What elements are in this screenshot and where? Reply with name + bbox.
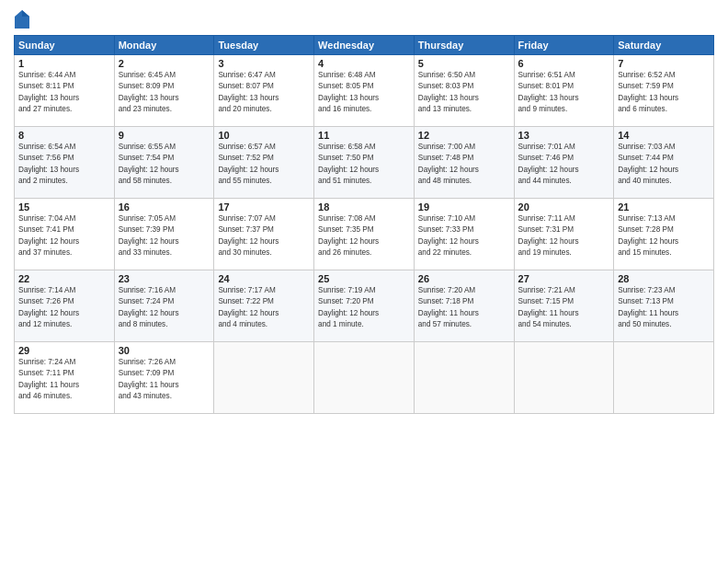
svg-marker-1 [22, 10, 29, 17]
day-number: 16 [119, 201, 210, 213]
day-info: Sunrise: 6:52 AMSunset: 7:59 PMDaylight:… [618, 70, 710, 115]
table-row: 23Sunrise: 7:16 AMSunset: 7:24 PMDayligh… [114, 270, 214, 342]
table-row: 17Sunrise: 7:07 AMSunset: 7:37 PMDayligh… [214, 199, 314, 270]
table-row: 8Sunrise: 6:54 AMSunset: 7:56 PMDaylight… [15, 127, 115, 199]
day-number: 25 [318, 273, 410, 284]
table-row [414, 342, 514, 414]
day-info: Sunrise: 7:07 AMSunset: 7:37 PMDaylight:… [218, 213, 310, 259]
day-number: 21 [618, 201, 710, 213]
table-row [514, 342, 614, 414]
table-row: 22Sunrise: 7:14 AMSunset: 7:26 PMDayligh… [15, 270, 115, 342]
table-row: 24Sunrise: 7:17 AMSunset: 7:22 PMDayligh… [214, 270, 314, 342]
day-number: 28 [618, 273, 710, 284]
table-row: 25Sunrise: 7:19 AMSunset: 7:20 PMDayligh… [314, 270, 415, 342]
table-row: 12Sunrise: 7:00 AMSunset: 7:48 PMDayligh… [414, 127, 514, 199]
day-info: Sunrise: 7:24 AMSunset: 7:11 PMDaylight:… [18, 357, 110, 402]
day-number: 26 [418, 273, 510, 284]
day-number: 8 [18, 130, 110, 141]
day-number: 15 [18, 201, 110, 213]
day-info: Sunrise: 7:20 AMSunset: 7:18 PMDaylight:… [418, 285, 510, 330]
day-info: Sunrise: 6:48 AMSunset: 8:05 PMDaylight:… [318, 70, 410, 115]
calendar-row-1: 1Sunrise: 6:44 AMSunset: 8:11 PMDaylight… [15, 55, 714, 127]
table-row: 21Sunrise: 7:13 AMSunset: 7:28 PMDayligh… [614, 199, 714, 270]
table-row: 13Sunrise: 7:01 AMSunset: 7:46 PMDayligh… [514, 127, 614, 199]
day-info: Sunrise: 7:05 AMSunset: 7:39 PMDaylight:… [119, 213, 210, 259]
day-info: Sunrise: 6:55 AMSunset: 7:54 PMDaylight:… [119, 142, 210, 187]
day-number: 10 [218, 130, 310, 141]
table-row: 19Sunrise: 7:10 AMSunset: 7:33 PMDayligh… [414, 199, 514, 270]
table-row: 5Sunrise: 6:50 AMSunset: 8:03 PMDaylight… [414, 55, 514, 127]
day-number: 19 [418, 201, 510, 213]
table-row: 4Sunrise: 6:48 AMSunset: 8:05 PMDaylight… [314, 55, 415, 127]
table-row: 3Sunrise: 6:47 AMSunset: 8:07 PMDaylight… [214, 55, 314, 127]
day-info: Sunrise: 6:45 AMSunset: 8:09 PMDaylight:… [119, 70, 210, 115]
page: Sunday Monday Tuesday Wednesday Thursday… [0, 0, 728, 563]
day-info: Sunrise: 7:23 AMSunset: 7:13 PMDaylight:… [618, 285, 710, 330]
day-info: Sunrise: 6:50 AMSunset: 8:03 PMDaylight:… [418, 70, 510, 115]
day-info: Sunrise: 7:03 AMSunset: 7:44 PMDaylight:… [618, 142, 710, 187]
table-row [314, 342, 415, 414]
day-number: 9 [119, 130, 210, 141]
logo [14, 9, 34, 29]
day-info: Sunrise: 7:21 AMSunset: 7:15 PMDaylight:… [518, 285, 610, 330]
table-row: 11Sunrise: 6:58 AMSunset: 7:50 PMDayligh… [314, 127, 415, 199]
table-row: 18Sunrise: 7:08 AMSunset: 7:35 PMDayligh… [314, 199, 415, 270]
day-number: 3 [218, 58, 310, 69]
col-sunday: Sunday [15, 36, 115, 55]
table-row: 29Sunrise: 7:24 AMSunset: 7:11 PMDayligh… [15, 342, 115, 414]
table-row: 7Sunrise: 6:52 AMSunset: 7:59 PMDaylight… [614, 55, 714, 127]
table-row: 20Sunrise: 7:11 AMSunset: 7:31 PMDayligh… [514, 199, 614, 270]
col-saturday: Saturday [614, 36, 714, 55]
logo-icon [14, 9, 30, 29]
day-info: Sunrise: 7:00 AMSunset: 7:48 PMDaylight:… [418, 142, 510, 187]
col-friday: Friday [514, 36, 614, 55]
table-row: 9Sunrise: 6:55 AMSunset: 7:54 PMDaylight… [114, 127, 214, 199]
day-info: Sunrise: 6:58 AMSunset: 7:50 PMDaylight:… [318, 142, 410, 187]
table-row: 6Sunrise: 6:51 AMSunset: 8:01 PMDaylight… [514, 55, 614, 127]
day-info: Sunrise: 7:16 AMSunset: 7:24 PMDaylight:… [119, 285, 210, 330]
day-info: Sunrise: 6:57 AMSunset: 7:52 PMDaylight:… [218, 142, 310, 187]
day-number: 4 [318, 58, 410, 69]
day-number: 18 [318, 201, 410, 213]
table-row [614, 342, 714, 414]
day-info: Sunrise: 7:14 AMSunset: 7:26 PMDaylight:… [18, 285, 110, 330]
day-number: 27 [518, 273, 610, 284]
calendar-row-3: 15Sunrise: 7:04 AMSunset: 7:41 PMDayligh… [15, 199, 714, 270]
table-row: 26Sunrise: 7:20 AMSunset: 7:18 PMDayligh… [414, 270, 514, 342]
day-number: 11 [318, 130, 410, 141]
col-monday: Monday [114, 36, 214, 55]
table-row: 10Sunrise: 6:57 AMSunset: 7:52 PMDayligh… [214, 127, 314, 199]
calendar-table: Sunday Monday Tuesday Wednesday Thursday… [14, 35, 714, 414]
day-number: 1 [18, 58, 110, 69]
calendar-header-row: Sunday Monday Tuesday Wednesday Thursday… [15, 36, 714, 55]
table-row: 30Sunrise: 7:26 AMSunset: 7:09 PMDayligh… [114, 342, 214, 414]
day-info: Sunrise: 7:19 AMSunset: 7:20 PMDaylight:… [318, 285, 410, 330]
table-row [214, 342, 314, 414]
day-info: Sunrise: 7:11 AMSunset: 7:31 PMDaylight:… [518, 213, 610, 259]
day-info: Sunrise: 7:08 AMSunset: 7:35 PMDaylight:… [318, 213, 410, 259]
day-number: 6 [518, 58, 610, 69]
day-number: 20 [518, 201, 610, 213]
table-row: 16Sunrise: 7:05 AMSunset: 7:39 PMDayligh… [114, 199, 214, 270]
day-number: 29 [18, 345, 110, 356]
day-number: 5 [418, 58, 510, 69]
header [14, 9, 714, 29]
day-info: Sunrise: 7:10 AMSunset: 7:33 PMDaylight:… [418, 213, 510, 259]
day-number: 30 [119, 345, 210, 356]
day-info: Sunrise: 6:54 AMSunset: 7:56 PMDaylight:… [18, 142, 110, 187]
day-number: 24 [218, 273, 310, 284]
day-info: Sunrise: 6:51 AMSunset: 8:01 PMDaylight:… [518, 70, 610, 115]
col-tuesday: Tuesday [214, 36, 314, 55]
col-wednesday: Wednesday [314, 36, 415, 55]
table-row: 27Sunrise: 7:21 AMSunset: 7:15 PMDayligh… [514, 270, 614, 342]
table-row: 2Sunrise: 6:45 AMSunset: 8:09 PMDaylight… [114, 55, 214, 127]
table-row: 15Sunrise: 7:04 AMSunset: 7:41 PMDayligh… [15, 199, 115, 270]
day-info: Sunrise: 7:04 AMSunset: 7:41 PMDaylight:… [18, 213, 110, 259]
day-info: Sunrise: 6:47 AMSunset: 8:07 PMDaylight:… [218, 70, 310, 115]
day-info: Sunrise: 7:13 AMSunset: 7:28 PMDaylight:… [618, 213, 710, 259]
col-thursday: Thursday [414, 36, 514, 55]
day-number: 22 [18, 273, 110, 284]
calendar-row-2: 8Sunrise: 6:54 AMSunset: 7:56 PMDaylight… [15, 127, 714, 199]
day-info: Sunrise: 7:01 AMSunset: 7:46 PMDaylight:… [518, 142, 610, 187]
day-number: 12 [418, 130, 510, 141]
